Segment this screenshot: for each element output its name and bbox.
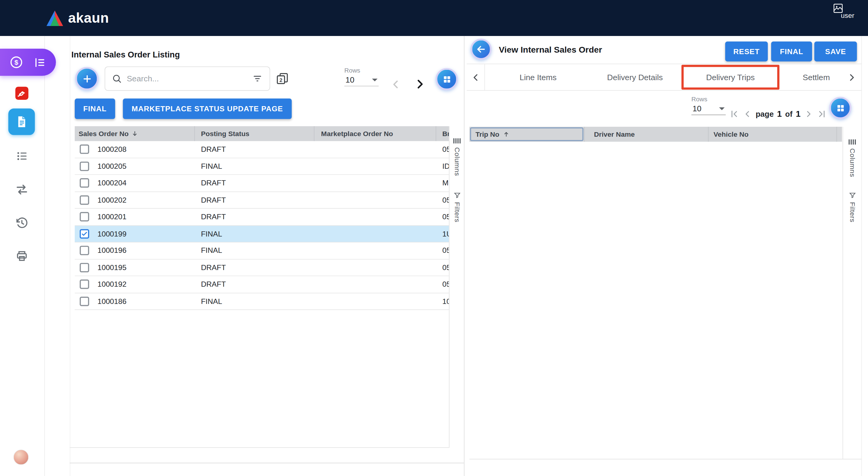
- sort-asc-icon: [503, 131, 510, 138]
- cell-posting-status: FINAL: [195, 297, 314, 305]
- printer-icon: [15, 249, 29, 263]
- document-icon: [14, 115, 29, 129]
- row-checkbox[interactable]: [80, 229, 89, 238]
- tab-line-items[interactable]: Line Items: [505, 64, 571, 90]
- column-header-sales-order-no[interactable]: Sales Order No: [75, 126, 195, 141]
- right-table-bottom-border: [469, 459, 861, 459]
- sidebar-item-list[interactable]: [16, 149, 29, 163]
- sidebar-item-transfer[interactable]: [15, 183, 29, 197]
- back-button[interactable]: [471, 39, 492, 60]
- table-row[interactable]: 1000202 DRAFT 05: [75, 192, 449, 209]
- rows-select-value: 10: [345, 75, 354, 84]
- table-row[interactable]: 1000199 FINAL 1U: [75, 226, 449, 243]
- columns-rail-label: Columns: [848, 149, 856, 177]
- rows-per-page-right: Rows 10: [691, 96, 725, 115]
- sidebar-item-print[interactable]: [15, 249, 29, 263]
- left-panel-bottom-border: [70, 463, 464, 463]
- sidebar-avatar[interactable]: [13, 449, 29, 465]
- table-row[interactable]: 1000192 DRAFT 05: [75, 276, 449, 293]
- column-label: Vehicle No: [713, 130, 748, 138]
- column-label: Sales Order No: [79, 130, 128, 137]
- table-row[interactable]: 1000205 FINAL ID: [75, 158, 449, 175]
- column-header-marketplace-order-no[interactable]: Marketplace Order No: [314, 126, 436, 141]
- chevron-down-icon: [372, 78, 377, 81]
- prev-page-button[interactable]: [389, 78, 402, 91]
- check-icon: [81, 230, 88, 237]
- grid-view-button[interactable]: [435, 68, 458, 90]
- table-row[interactable]: 1000208 DRAFT 05: [75, 141, 449, 158]
- row-checkbox[interactable]: [80, 179, 89, 188]
- column-header-posting-status[interactable]: Posting Status: [195, 126, 314, 141]
- table-row[interactable]: 1000196 FINAL 05: [75, 243, 449, 259]
- reset-button[interactable]: RESET: [725, 41, 768, 61]
- table-row[interactable]: 1000186 FINAL 10: [75, 293, 449, 310]
- marketplace-status-update-button[interactable]: MARKETPLACE STATUS UPDATE PAGE: [123, 99, 291, 119]
- user-avatar-broken[interactable]: user: [833, 3, 865, 19]
- column-header-trip-no[interactable]: Trip No: [469, 127, 585, 141]
- last-page-button[interactable]: [817, 109, 827, 119]
- column-header-driver-name[interactable]: Driver Name: [585, 127, 709, 141]
- tab-delivery-details[interactable]: Delivery Details: [595, 64, 675, 90]
- cell-sales-order-no: 1000208: [97, 145, 195, 153]
- row-checkbox[interactable]: [80, 212, 89, 221]
- search-icon: [112, 73, 122, 84]
- left-table-bottom-border: [70, 447, 449, 448]
- cell-sales-order-no: 1000202: [97, 196, 195, 204]
- final-button[interactable]: FINAL: [75, 99, 115, 119]
- cell-sales-order-no: 1000199: [97, 229, 195, 238]
- filter-list-icon[interactable]: [252, 73, 263, 84]
- save-button[interactable]: SAVE: [814, 41, 857, 61]
- rows-select[interactable]: 10: [691, 102, 725, 115]
- duplicate-pages-button[interactable]: 2: [276, 72, 289, 85]
- funnel-icon: [848, 191, 856, 199]
- grid-view-button-detail[interactable]: [829, 97, 851, 119]
- columns-rail-left[interactable]: Columns: [450, 137, 464, 176]
- sidebar-item-history[interactable]: [15, 216, 29, 230]
- table-row[interactable]: 1000204 DRAFT M: [75, 175, 449, 192]
- page-total: 1: [796, 109, 801, 119]
- rows-label: Rows: [344, 67, 378, 73]
- row-checkbox[interactable]: [80, 145, 89, 154]
- pages-2-icon: 2: [276, 72, 289, 85]
- columns-rail-right[interactable]: Columns: [845, 138, 860, 177]
- tabs-scroll-left[interactable]: [467, 64, 485, 90]
- cell-sales-order-no: 1000186: [97, 297, 195, 305]
- sidebar-item-pdf[interactable]: [14, 86, 29, 101]
- next-page-button[interactable]: [413, 77, 427, 91]
- tab-settlement[interactable]: Settlem: [803, 64, 841, 90]
- brand-logo[interactable]: akaun: [46, 8, 109, 28]
- table-row[interactable]: 1000195 DRAFT 05: [75, 259, 449, 277]
- add-button[interactable]: [75, 67, 99, 90]
- row-checkbox[interactable]: [80, 280, 89, 289]
- of-word: of: [785, 109, 793, 118]
- prev-page-button[interactable]: [743, 109, 752, 119]
- akaun-logo-icon: [46, 10, 63, 26]
- final-button-detail[interactable]: FINAL: [771, 41, 812, 61]
- row-checkbox[interactable]: [80, 195, 89, 205]
- table-row[interactable]: 1000201 DRAFT 05: [75, 209, 449, 226]
- sidebar-pill[interactable]: $: [0, 49, 56, 76]
- tabs-scroll-right[interactable]: [842, 64, 861, 90]
- tab-delivery-trips[interactable]: Delivery Trips: [706, 73, 755, 82]
- column-header-branch[interactable]: Br: [436, 126, 449, 141]
- column-header-vehicle-no[interactable]: Vehicle No: [709, 127, 837, 141]
- plus-icon: [82, 73, 92, 84]
- chevron-left-icon: [470, 72, 481, 83]
- topbar: akaun user: [0, 0, 868, 36]
- row-checkbox[interactable]: [80, 263, 89, 272]
- sort-desc-icon: [131, 130, 138, 137]
- rows-select[interactable]: 10: [344, 73, 378, 86]
- sidebar-item-documents-active[interactable]: [8, 108, 35, 135]
- row-checkbox[interactable]: [80, 297, 89, 306]
- filters-rail-right[interactable]: Filters: [845, 191, 860, 222]
- row-checkbox[interactable]: [80, 246, 89, 255]
- first-page-button[interactable]: [729, 109, 739, 119]
- funnel-icon: [453, 191, 461, 199]
- cell-posting-status: FINAL: [195, 162, 314, 170]
- cell-sales-order-no: 1000196: [97, 247, 195, 255]
- filters-rail-left[interactable]: Filters: [450, 191, 464, 222]
- search-input[interactable]: [127, 74, 247, 83]
- cell-posting-status: DRAFT: [195, 145, 314, 153]
- row-checkbox[interactable]: [80, 161, 89, 171]
- next-page-button[interactable]: [804, 109, 814, 119]
